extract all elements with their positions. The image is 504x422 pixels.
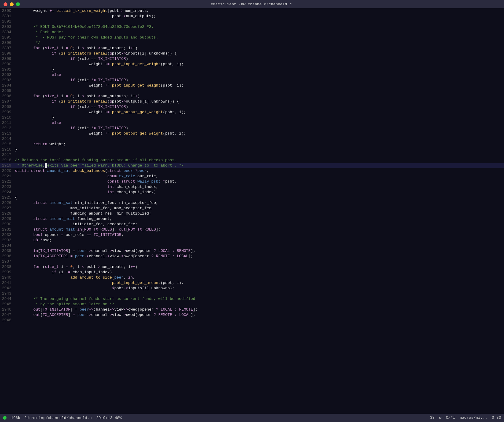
line-number: 2890 — [0, 8, 15, 14]
line-number: 2920 — [0, 168, 15, 174]
window-controls[interactable] — [4, 2, 20, 6]
code-line: 2924 int chan_input_index) — [0, 190, 504, 195]
code-line: 2930 initiator_fee, accepter_fee; — [0, 222, 504, 227]
line-number: 2898 — [0, 51, 15, 56]
line-number: 2894 — [0, 30, 15, 35]
line-number: 2909 — [0, 110, 15, 115]
code-line: 2948 — [0, 318, 504, 323]
code-line: 2947 out[TX_ACCEPTER] = peer->channel->v… — [0, 312, 504, 318]
line-content: * by the splice amount later on */ — [15, 302, 504, 307]
line-number: 2940 — [0, 275, 15, 280]
line-number: 2891 — [0, 14, 15, 19]
code-line: 2894 * Each node: — [0, 30, 504, 35]
line-content: * Each node: — [15, 30, 504, 35]
line-content: if (role == TX_INITIATOR) — [15, 56, 504, 62]
code-line: 2931 struct amount_msat in[NUM_TX_ROLES]… — [0, 227, 504, 232]
line-content: out[TX_INITIATOR] = peer->channel->view-… — [15, 307, 504, 312]
line-number: 2904 — [0, 83, 15, 88]
line-number: 2892 — [0, 19, 15, 24]
code-line: 2895 * - MUST pay for their own added in… — [0, 35, 504, 40]
line-number: 2906 — [0, 94, 15, 99]
line-content — [15, 152, 504, 158]
line-content: struct amount_sat min_initiator_fee, min… — [15, 200, 504, 206]
code-line: 2935 in[TX_INITIATOR] = peer->channel->v… — [0, 248, 504, 254]
minimize-button[interactable] — [10, 2, 14, 6]
code-line: 2920static struct amount_sat check_balan… — [0, 168, 504, 174]
file-size: 196k — [11, 416, 20, 420]
line-number: 2945 — [0, 302, 15, 307]
line-number: 2930 — [0, 222, 15, 227]
line-number: 2897 — [0, 46, 15, 51]
line-content: if (role != TX_INITIATOR) — [15, 126, 504, 131]
line-number: 2944 — [0, 296, 15, 302]
line-number: 2917 — [0, 152, 15, 158]
line-content: u8 *msg; — [15, 238, 504, 243]
line-number: 2893 — [0, 24, 15, 30]
line-number: 2926 — [0, 200, 15, 206]
line-number: 2935 — [0, 248, 15, 254]
code-line: 2905 — [0, 88, 504, 94]
line-number: 2927 — [0, 206, 15, 211]
code-line: 2933 u8 *msg; — [0, 238, 504, 243]
line-number: 2918 — [0, 158, 15, 163]
line-number: 2915 — [0, 142, 15, 147]
code-editor[interactable]: 2890 weight += bitcoin_tx_core_weight(ps… — [0, 8, 504, 414]
line-number: 2934 — [0, 243, 15, 248]
line-content: } — [15, 147, 504, 152]
line-content: struct amount_msat in[NUM_TX_ROLES], out… — [15, 227, 504, 232]
line-number: 2911 — [0, 120, 15, 126]
line-content: if (role != TX_INITIATOR) — [15, 78, 504, 83]
line-content: psbt_input_get_amount(psbt, i), — [15, 280, 504, 286]
line-number: 2919 — [0, 163, 15, 168]
code-line: 2944 /* The outgoing channel funds start… — [0, 296, 504, 302]
line-content: psbt->num_outputs); — [15, 14, 504, 19]
maximize-button[interactable] — [16, 2, 20, 6]
line-number: 2928 — [0, 211, 15, 216]
line-number: 2895 — [0, 35, 15, 40]
code-area[interactable]: 2890 weight += bitcoin_tx_core_weight(ps… — [0, 8, 504, 414]
line-content: if (is_initiators_serial(&psbt->outputs[… — [15, 99, 504, 104]
code-line: 2943 — [0, 291, 504, 296]
line-number: 2916 — [0, 147, 15, 152]
line-content — [15, 259, 504, 264]
line-content — [15, 291, 504, 296]
code-line: 2914 — [0, 136, 504, 142]
line-number: 2921 — [0, 174, 15, 179]
code-line: 2934 — [0, 243, 504, 248]
line-content: if (i != chan_input_index) — [15, 270, 504, 275]
line-content: } — [15, 67, 504, 72]
line-number: 2902 — [0, 72, 15, 78]
code-line: 2918/* Returns the total channel funding… — [0, 158, 504, 163]
main-window: emacsclient -nw channeld/channeld.c 2890… — [0, 0, 504, 422]
code-line: 2915 return weight; — [0, 142, 504, 147]
code-line: 2917 — [0, 152, 504, 158]
code-line: 2892 — [0, 19, 504, 24]
line-content: funding_amount_res, min_multiplied; — [15, 211, 504, 216]
line-number: 2922 — [0, 179, 15, 184]
line-content: max_initiator_fee, max_accepter_fee, — [15, 206, 504, 211]
line-content: add_amount_to_side(peer, in, — [15, 275, 504, 280]
code-line: 2939 if (i != chan_input_index) — [0, 270, 504, 275]
line-number: 2948 — [0, 318, 15, 323]
code-line: 2907 if (is_initiators_serial(&psbt->out… — [0, 99, 504, 104]
line-content: for (size_t i = 0; i < psbt->num_outputs… — [15, 94, 504, 99]
status-left: 196k lightning/channeld/channeld.c 2919:… — [3, 416, 122, 420]
code-line: 2942 &psbt->inputs[i].unknowns); — [0, 286, 504, 291]
line-content: in[TX_ACCEPTER] = peer->channel->view->o… — [15, 254, 504, 259]
code-line: 2898 if (is_initiators_serial(&psbt->inp… — [0, 51, 504, 56]
line-number: 2931 — [0, 227, 15, 232]
line-content: * Otherwise, exits via peer_failed_warn.… — [15, 163, 504, 168]
code-line: 2890 weight += bitcoin_tx_core_weight(ps… — [0, 8, 504, 14]
close-button[interactable] — [4, 2, 7, 6]
line-content: /* BOLT-0d8b701614b09c6ee4172b04da2203e7… — [15, 24, 504, 30]
line-number: 2903 — [0, 78, 15, 83]
code-line: 2909 weight += psbt_output_get_weight(ps… — [0, 110, 504, 115]
line-content: int chan_output_index, — [15, 184, 504, 190]
line-number: 2937 — [0, 259, 15, 264]
gear-icon: ⚙ — [439, 415, 441, 420]
line-content: out[TX_ACCEPTER] = peer->channel->view->… — [15, 312, 504, 318]
line-content: /* Returns the total channel funding out… — [15, 158, 504, 163]
line-content: else — [15, 120, 504, 126]
line-content: weight += psbt_output_get_weight(psbt, i… — [15, 131, 504, 136]
macros-indicator: macros/ni... — [460, 415, 487, 420]
